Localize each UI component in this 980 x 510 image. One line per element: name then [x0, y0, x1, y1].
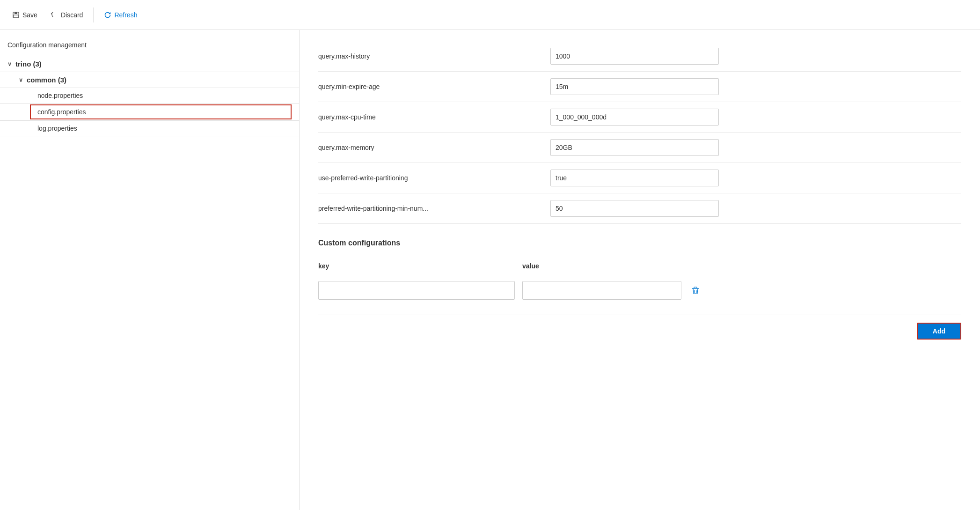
config-rows: query.max-history query.min-expire-age q…: [318, 41, 961, 224]
tree-label-common: common (3): [27, 76, 66, 84]
custom-table-header: key value: [318, 259, 961, 273]
tree-item-trino[interactable]: ∨ trino (3): [0, 56, 299, 72]
config-row-2: query.max-cpu-time: [318, 102, 961, 133]
node-properties-label: node.properties: [37, 92, 83, 99]
custom-value-input[interactable]: [522, 281, 681, 300]
tree-item-config-properties[interactable]: config.properties: [30, 104, 292, 119]
config-row-1: query.min-expire-age: [318, 72, 961, 102]
config-properties-label: config.properties: [37, 108, 86, 116]
tree-item-node-properties[interactable]: node.properties: [0, 88, 299, 103]
config-value-input-3[interactable]: [550, 139, 719, 156]
custom-key-input[interactable]: [318, 281, 515, 300]
config-key-3: query.max-memory: [318, 144, 543, 151]
config-value-input-4[interactable]: [550, 170, 719, 186]
col-header-key: key: [318, 262, 515, 270]
config-key-0: query.max-history: [318, 52, 543, 60]
separator-5: [0, 136, 299, 136]
config-key-5: preferred-write-partitioning-min-num...: [318, 205, 543, 212]
toolbar: Save Discard Refresh: [0, 0, 980, 30]
config-row-3: query.max-memory: [318, 133, 961, 163]
config-value-input-1[interactable]: [550, 78, 719, 95]
config-value-input-0[interactable]: [550, 48, 719, 65]
discard-label: Discard: [61, 11, 83, 19]
config-row-4: use-preferred-write-partitioning: [318, 163, 961, 193]
delete-row-button[interactable]: [689, 284, 702, 297]
save-label: Save: [22, 11, 37, 19]
svg-rect-3: [692, 288, 699, 289]
tree-item-log-properties[interactable]: log.properties: [0, 121, 299, 136]
config-key-1: query.min-expire-age: [318, 83, 543, 90]
discard-button[interactable]: Discard: [46, 8, 88, 22]
svg-rect-1: [15, 12, 17, 14]
discard-icon: [51, 11, 58, 19]
chevron-down-icon: ∨: [7, 61, 12, 67]
config-row-0: query.max-history: [318, 41, 961, 72]
tree-label-trino: trino (3): [15, 60, 42, 68]
refresh-button[interactable]: Refresh: [99, 8, 142, 22]
log-properties-label: log.properties: [37, 125, 77, 132]
sidebar-title: Configuration management: [0, 37, 299, 56]
svg-rect-2: [14, 15, 18, 17]
add-button[interactable]: Add: [917, 323, 961, 340]
config-key-2: query.max-cpu-time: [318, 113, 543, 121]
config-row-5: preferred-write-partitioning-min-num...: [318, 193, 961, 224]
save-button[interactable]: Save: [7, 8, 42, 22]
svg-line-5: [696, 290, 697, 293]
custom-section-title: Custom configurations: [318, 239, 961, 247]
chevron-down-icon-2: ∨: [19, 77, 23, 83]
refresh-icon: [104, 11, 111, 19]
custom-config-row: [318, 277, 961, 303]
config-value-input-2[interactable]: [550, 109, 719, 126]
svg-line-4: [695, 290, 695, 293]
tree-item-common[interactable]: ∨ common (3): [0, 72, 299, 88]
add-button-row: Add: [318, 315, 961, 340]
col-header-value: value: [522, 262, 700, 270]
save-icon: [12, 11, 20, 19]
config-key-4: use-preferred-write-partitioning: [318, 174, 543, 182]
sidebar: Configuration management ∨ trino (3) ∨ c…: [0, 30, 300, 510]
separator-3: [0, 103, 299, 103]
toolbar-divider: [93, 7, 94, 22]
custom-configurations-section: Custom configurations key value: [318, 239, 961, 340]
refresh-label: Refresh: [114, 11, 137, 19]
content-area: query.max-history query.min-expire-age q…: [300, 30, 980, 510]
main-layout: Configuration management ∨ trino (3) ∨ c…: [0, 30, 980, 510]
config-value-input-5[interactable]: [550, 200, 719, 217]
trash-icon: [691, 286, 700, 295]
